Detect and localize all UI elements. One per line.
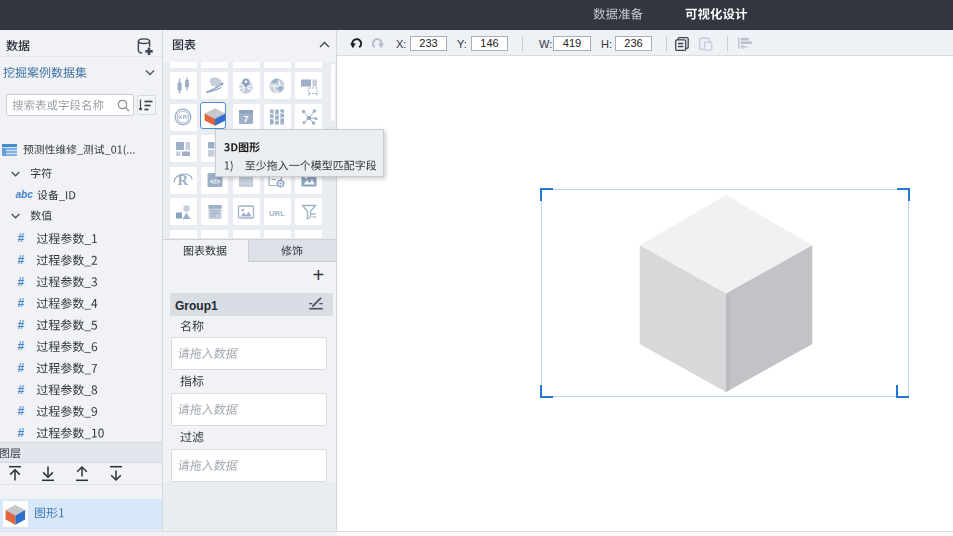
svg-text:KPI: KPI (179, 114, 188, 120)
svg-text:URL: URL (269, 208, 285, 217)
svg-text:</>: </> (210, 178, 220, 185)
svg-text:7: 7 (243, 114, 248, 124)
